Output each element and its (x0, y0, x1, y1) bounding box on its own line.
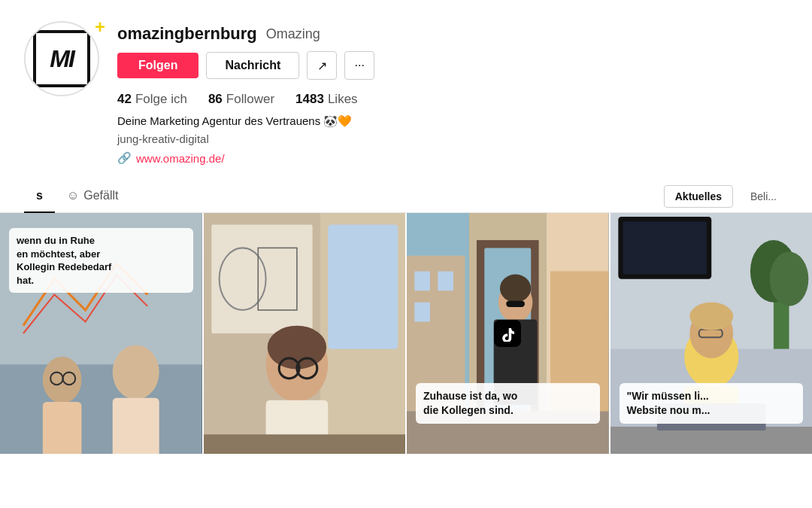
likes-stat[interactable]: 1483 Likes (295, 92, 358, 107)
tiktok-logo (499, 325, 516, 342)
svg-point-4 (113, 345, 159, 399)
video-thumb-2 (204, 213, 406, 454)
video-thumb-4: "Wir müssen li...Website nou m... (611, 213, 813, 454)
svg-rect-37 (438, 271, 453, 291)
video-item-3[interactable]: Zuhause ist da, wodie Kollegen sind. (405, 213, 609, 454)
video-1-caption: wenn du in Ruheen möchtest, aberKollegin… (9, 228, 193, 293)
message-button[interactable]: Nachricht (206, 52, 299, 79)
action-buttons: Folgen Nachricht ↗ ··· (117, 51, 788, 80)
heart-icon: ☺ (67, 189, 79, 202)
share-button[interactable]: ↗ (307, 51, 337, 80)
tab-gefaellt[interactable]: ☺ Gefällt (55, 180, 131, 213)
video-3-caption: Zuhause ist da, wodie Kollegen sind. (416, 383, 600, 424)
followers-count: 86 (208, 92, 223, 107)
tab-gefaellt-label: Gefällt (83, 189, 118, 202)
profile-display-name: Omazing (266, 26, 320, 42)
more-icon: ··· (355, 59, 365, 72)
svg-rect-32 (506, 301, 525, 307)
nav-left: s ☺ Gefällt (24, 180, 131, 212)
avatar-container: MI + (24, 21, 99, 96)
video-4-caption: "Wir müssen li...Website nou m... (620, 383, 804, 424)
filter-beli-button[interactable]: Beli... (739, 185, 788, 208)
video-thumb-3: Zuhause ist da, wodie Kollegen sind. (407, 213, 609, 454)
video-grid: wenn du in Ruheen möchtest, aberKollegin… (0, 213, 812, 454)
link-url: www.omazing.de/ (136, 152, 225, 165)
svg-point-30 (500, 275, 531, 303)
share-icon: ↗ (317, 59, 327, 73)
profile-info: omazingbernburg Omazing Folgen Nachricht… (117, 21, 788, 165)
svg-rect-21 (204, 434, 406, 454)
bio-text: Deine Marketing Agentur des Vertrauens 🐼… (117, 114, 788, 128)
avatar-logo: MI (33, 30, 90, 87)
add-avatar-icon[interactable]: + (95, 18, 105, 36)
tab-videos[interactable]: s (24, 180, 55, 213)
filter-aktuelles-label: Aktuelles (675, 190, 722, 202)
followers-stat[interactable]: 86 Follower (208, 92, 274, 107)
likes-label: Likes (328, 92, 358, 107)
followers-label: Follower (226, 92, 274, 107)
following-stat[interactable]: 42 Folge ich (117, 92, 187, 107)
bio-tag: jung-kreativ-digital (117, 132, 788, 145)
svg-rect-36 (414, 271, 430, 291)
profile-username[interactable]: omazingbernburg (117, 24, 257, 44)
video-item-2[interactable] (202, 213, 406, 454)
filter-aktuelles-button[interactable]: Aktuelles (664, 185, 733, 208)
following-label: Folge ich (135, 92, 187, 107)
likes-count: 1483 (295, 92, 324, 107)
svg-rect-53 (611, 427, 813, 454)
nav-tabs: s ☺ Gefällt Aktuelles Beli... (0, 180, 812, 213)
video-thumb-1: wenn du in Ruheen möchtest, aberKollegin… (0, 213, 202, 454)
following-count: 42 (117, 92, 132, 107)
logo-letters: MI (50, 45, 74, 73)
link-icon: 🔗 (117, 151, 132, 165)
profile-section: MI + omazingbernburg Omazing Folgen Nach… (0, 0, 812, 165)
svg-point-45 (769, 252, 808, 306)
profile-name-row: omazingbernburg Omazing (117, 24, 788, 44)
nav-right: Aktuelles Beli... (664, 185, 788, 208)
avatar: MI (24, 21, 99, 96)
filter-beli-label: Beli... (750, 190, 777, 202)
more-options-button[interactable]: ··· (344, 51, 374, 80)
svg-rect-42 (623, 221, 707, 274)
video-2-content (204, 213, 406, 454)
video-item-4[interactable]: "Wir müssen li...Website nou m... (609, 213, 813, 454)
svg-point-50 (689, 303, 733, 330)
tiktok-watermark (494, 320, 521, 347)
video-item-1[interactable]: wenn du in Ruheen möchtest, aberKollegin… (0, 213, 202, 454)
svg-rect-5 (113, 398, 159, 454)
stats-row: 42 Folge ich 86 Follower 1483 Likes (117, 92, 788, 107)
tab-videos-label: s (36, 189, 43, 202)
svg-rect-11 (328, 224, 398, 348)
svg-rect-38 (414, 303, 430, 322)
bio-link[interactable]: 🔗 www.omazing.de/ (117, 151, 788, 165)
svg-rect-3 (43, 402, 82, 454)
follow-button[interactable]: Folgen (117, 53, 198, 78)
